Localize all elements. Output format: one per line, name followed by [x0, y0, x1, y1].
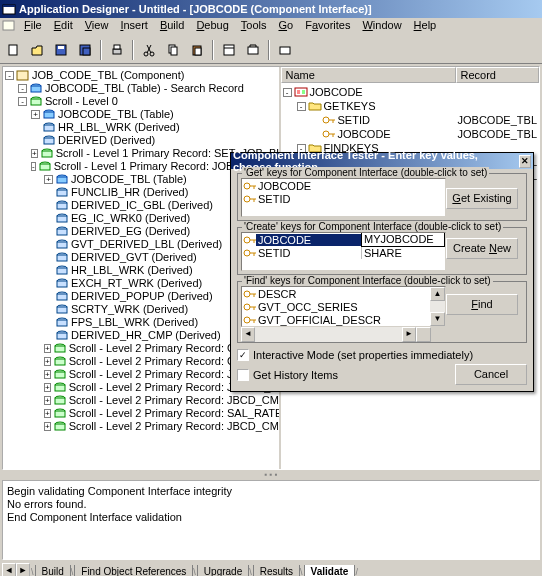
tree-label: JOBCODE_TBL (Table)	[71, 173, 187, 186]
key-value[interactable]: MYJOBCODE	[361, 233, 445, 247]
col-name[interactable]: Name	[281, 67, 456, 83]
validate-button[interactable]	[274, 39, 296, 61]
expander-icon[interactable]: +	[44, 383, 51, 392]
create-keys-grid[interactable]: JOBCODEMYJOBCODESETIDSHARE	[241, 232, 446, 271]
save-project-button[interactable]	[74, 39, 96, 61]
grid-row[interactable]: DESCR	[242, 287, 430, 300]
right-header: Name Record	[281, 67, 539, 83]
expander-icon[interactable]: +	[44, 357, 51, 366]
tree-row[interactable]: +Scroll - Level 2 Primary Record: JBCD_C…	[5, 394, 277, 407]
menu-file[interactable]: File	[18, 18, 48, 32]
menu-edit[interactable]: Edit	[48, 18, 79, 32]
tree-label: DERIVED_POPUP (Derived)	[71, 290, 213, 303]
tree-row[interactable]: +Scroll - Level 2 Primary Record: SAL_RA…	[5, 407, 277, 420]
menu-insert[interactable]: Insert	[114, 18, 154, 32]
tree-row[interactable]: -JOB_CODE_TBL (Component)	[5, 69, 277, 82]
scroll-up-icon[interactable]: ▲	[430, 287, 445, 301]
horizontal-scrollbar[interactable]: ◄ ►	[241, 327, 431, 342]
col-record[interactable]: Record	[456, 67, 539, 83]
grid-row[interactable]: SETIDSHARE	[242, 246, 445, 259]
tbl-icon	[29, 83, 43, 95]
history-items-checkbox[interactable]: Get History Items	[237, 369, 455, 381]
expander-icon[interactable]: +	[44, 422, 51, 431]
svg-point-90	[244, 183, 250, 189]
copy-button[interactable]	[162, 39, 184, 61]
vertical-scrollbar[interactable]: ▲ ▼	[430, 287, 445, 326]
grid-row[interactable]: JOBCODEMYJOBCODE	[242, 233, 445, 246]
find-keys-grid[interactable]: DESCRGVT_OCC_SERIESGVT_OFFICIAL_DESCR ▲ …	[241, 286, 446, 327]
tbl-icon	[55, 174, 69, 186]
expander-icon[interactable]: -	[18, 84, 27, 93]
create-new-button[interactable]: Create New	[446, 238, 518, 259]
expander-icon[interactable]: +	[44, 370, 51, 379]
menu-tools[interactable]: Tools	[235, 18, 273, 32]
tab-find-object-references[interactable]: Find Object References	[74, 565, 193, 576]
cancel-button[interactable]: Cancel	[455, 364, 527, 385]
expander-icon[interactable]: -	[31, 162, 36, 171]
paste-button[interactable]	[186, 39, 208, 61]
grid-row[interactable]: GVT_OFFICIAL_DESCR	[242, 313, 430, 326]
get-existing-button[interactable]: Get Existing	[446, 188, 518, 209]
tree-row[interactable]: -GETKEYS	[283, 99, 537, 113]
tree-label: EG_IC_WRK0 (Derived)	[71, 212, 190, 225]
scroll-left-icon[interactable]: ◄	[241, 327, 255, 342]
menu-window[interactable]: Window	[356, 18, 407, 32]
open-button[interactable]	[26, 39, 48, 61]
expander-icon[interactable]: +	[44, 344, 51, 353]
checkbox-icon[interactable]: ✓	[237, 349, 249, 361]
tree-row[interactable]: -JOBCODE	[283, 85, 537, 99]
menu-build[interactable]: Build	[154, 18, 190, 32]
tab-build[interactable]: Build	[35, 565, 71, 576]
grid-row[interactable]: JOBCODE	[242, 179, 445, 192]
tree-label: JOBCODE_TBL (Table) - Search Record	[45, 82, 244, 95]
find-button[interactable]: Find	[446, 294, 518, 315]
properties-button[interactable]	[218, 39, 240, 61]
expander-icon[interactable]: -	[18, 97, 27, 106]
grid-row[interactable]: GVT_OCC_SERIES	[242, 300, 430, 313]
interactive-mode-checkbox[interactable]: ✓ Interactive Mode (set properties immed…	[237, 349, 527, 361]
tree-row[interactable]: -JOBCODE_TBL (Table) - Search Record	[5, 82, 277, 95]
build-button[interactable]	[242, 39, 264, 61]
tab-validate[interactable]: Validate	[304, 565, 356, 576]
new-button[interactable]	[2, 39, 24, 61]
grid-row[interactable]: SETID	[242, 192, 445, 205]
print-button[interactable]	[106, 39, 128, 61]
expander-icon[interactable]: -	[5, 71, 14, 80]
key-value[interactable]: SHARE	[361, 247, 445, 259]
svg-point-96	[244, 237, 250, 243]
tab-upgrade[interactable]: Upgrade	[197, 565, 249, 576]
expander-icon[interactable]: +	[31, 149, 38, 158]
tree-row[interactable]: +JOBCODE_TBL (Table)	[5, 108, 277, 121]
checkbox-icon[interactable]	[237, 369, 249, 381]
scroll-down-icon[interactable]: ▼	[430, 312, 445, 326]
scroll-right-icon[interactable]: ►	[402, 327, 416, 342]
folder-icon	[308, 100, 322, 112]
tab-next-icon[interactable]: ►	[16, 563, 30, 576]
expander-icon[interactable]: +	[44, 409, 51, 418]
svg-rect-26	[44, 112, 54, 118]
tree-row[interactable]: -Scroll - Level 0	[5, 95, 277, 108]
tree-row[interactable]: HR_LBL_WRK (Derived)	[5, 121, 277, 134]
expander-icon[interactable]: -	[283, 88, 292, 97]
expander-icon[interactable]: -	[297, 102, 306, 111]
tab-prev-icon[interactable]: ◄	[2, 563, 16, 576]
splitter-handle[interactable]: ▪ ▪ ▪	[0, 470, 542, 478]
expander-icon[interactable]: +	[44, 175, 53, 184]
tab-results[interactable]: Results	[253, 565, 300, 576]
expander-icon[interactable]: +	[44, 396, 51, 405]
expander-icon[interactable]: +	[31, 110, 40, 119]
cut-button[interactable]	[138, 39, 160, 61]
menu-favorites[interactable]: Favorites	[299, 18, 356, 32]
menu-help[interactable]: Help	[408, 18, 443, 32]
close-icon[interactable]: ✕	[519, 155, 531, 168]
window-title: Application Designer - Untitled - [JOBCO…	[19, 3, 540, 15]
save-button[interactable]	[50, 39, 72, 61]
menu-debug[interactable]: Debug	[190, 18, 234, 32]
tree-row[interactable]: +Scroll - Level 2 Primary Record: JBCD_C…	[5, 420, 277, 433]
tree-row[interactable]: SETIDJOBCODE_TBL	[283, 113, 537, 127]
get-keys-grid[interactable]: JOBCODESETID	[241, 178, 446, 217]
tree-row[interactable]: JOBCODEJOBCODE_TBL	[283, 127, 537, 141]
menu-go[interactable]: Go	[273, 18, 300, 32]
tree-row[interactable]: DERIVED (Derived)	[5, 134, 277, 147]
menu-view[interactable]: View	[79, 18, 115, 32]
